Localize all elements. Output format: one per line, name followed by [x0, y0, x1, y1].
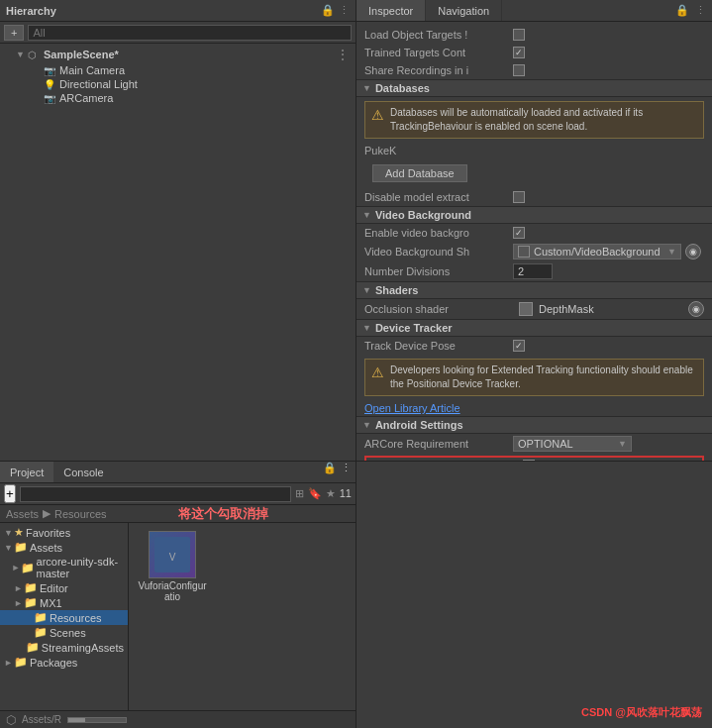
breadcrumb-resources[interactable]: Resources — [54, 508, 107, 520]
assets-label: Assets — [30, 542, 62, 554]
fav-arrow-icon: ▼ — [4, 528, 14, 538]
arcore-sdk-label: arcore-unity-sdk-master — [37, 556, 124, 579]
project-search-input[interactable] — [20, 486, 291, 502]
shader-icon-small — [518, 246, 530, 258]
breadcrumb-sep: ▶ — [43, 507, 51, 520]
video-bg-sh-value: Custom/VideoBackground — [534, 246, 661, 258]
scenes-folder-icon: 📁 — [34, 626, 48, 639]
databases-section-header[interactable]: ▼ Databases — [356, 79, 712, 97]
more-icon[interactable]: ⋮ — [339, 4, 350, 17]
dev-tracker-warning-icon: ⚠ — [371, 364, 384, 391]
dev-tracker-warning-text: Developers looking for Extended Tracking… — [390, 364, 697, 391]
lock-icon[interactable]: 🔒 — [321, 4, 335, 17]
scene-label: SampleScene* — [44, 49, 119, 60]
enable-video-checkbox[interactable] — [513, 227, 525, 239]
disable-model-label: Disable model extract — [364, 191, 513, 203]
open-lib-link[interactable]: Open Library Article — [356, 400, 712, 416]
shaders-title: Shaders — [375, 284, 418, 296]
shaders-arrow-icon: ▼ — [362, 285, 371, 295]
track-pose-label: Track Device Pose — [364, 340, 513, 352]
video-bg-sh-label: Video Background Sh — [364, 246, 513, 258]
video-bg-title: Video Background — [375, 209, 471, 221]
enable-video-label: Enable video backgro — [364, 227, 513, 239]
enable-video-row: Enable video backgro — [356, 224, 712, 242]
tag-count: 11 — [340, 487, 352, 500]
scene-menu-icon[interactable]: ⋮ — [336, 47, 350, 62]
project-toolbar-icons: ⊞ 🔖 ★ 11 — [295, 487, 352, 500]
tab-project-label: Project — [10, 467, 44, 478]
share-recordings-checkbox[interactable] — [513, 64, 525, 76]
arrow-icon: ▼ — [16, 50, 28, 59]
bottom-statusbar: ⬡ Assets/R — [0, 710, 356, 728]
proj-item-favorites[interactable]: ▼ ★ Favorites — [0, 525, 128, 540]
video-bg-sh-row: Video Background Sh Custom/VideoBackgrou… — [356, 242, 712, 261]
occlusion-circle-btn[interactable]: ◉ — [688, 301, 704, 317]
more-icon[interactable]: ⋮ — [341, 462, 352, 482]
inspector-tabs: Inspector Navigation 🔒 ⋮ — [356, 0, 712, 22]
video-bg-sh-dropdown[interactable]: Custom/VideoBackground ▼ — [513, 244, 681, 260]
track-pose-checkbox[interactable] — [513, 340, 525, 352]
proj-item-resources[interactable]: 📁 Resources — [0, 610, 128, 625]
databases-arrow-icon: ▼ — [362, 83, 371, 93]
proj-item-scenes[interactable]: 📁 Scenes — [0, 625, 128, 640]
hierarchy-add-button[interactable]: + — [4, 25, 24, 41]
android-section-header[interactable]: ▼ Android Settings — [356, 416, 712, 434]
proj-item-packages[interactable]: ► 📁 Packages — [0, 655, 128, 670]
proj-item-assets[interactable]: ▼ 📁 Assets — [0, 540, 128, 555]
proj-item-editor[interactable]: ► 📁 Editor — [0, 580, 128, 595]
bottom-right-panel — [356, 462, 712, 728]
databases-warning-text: Databases will be automatically loaded a… — [390, 106, 697, 134]
load-object-checkbox[interactable] — [513, 29, 525, 41]
packages-label: Packages — [30, 657, 77, 669]
tree-item-arcamera[interactable]: 📷 ARCamera — [0, 91, 356, 105]
progress-fill — [68, 718, 85, 722]
load-object-targets-row: Load Object Targets ! — [356, 26, 712, 44]
project-panel: Project Console 🔒 ⋮ + ⊞ 🔖 ★ 11 Assets ▶ … — [0, 462, 356, 728]
mx1-arrow-icon: ► — [14, 598, 24, 608]
disable-model-checkbox[interactable] — [513, 191, 525, 203]
num-div-input[interactable] — [513, 263, 553, 279]
trained-targets-checkbox[interactable] — [513, 47, 525, 58]
video-bg-section-header[interactable]: ▼ Video Background — [356, 206, 712, 224]
tab-project[interactable]: Project — [0, 462, 53, 482]
lock-icon[interactable]: 🔒 — [675, 4, 689, 17]
tree-item-main-camera[interactable]: 📷 Main Camera — [0, 63, 356, 77]
device-tracker-title: Device Tracker — [375, 322, 453, 334]
proj-item-arcore-sdk[interactable]: ► 📁 arcore-unity-sdk-master — [0, 555, 128, 580]
tree-item-dir-light[interactable]: 💡 Directional Light — [0, 77, 356, 91]
tree-item-sample-scene[interactable]: ▼ ⬡ SampleScene* ⋮ — [0, 46, 356, 63]
tab-inspector[interactable]: Inspector — [356, 0, 426, 21]
scenes-label: Scenes — [50, 627, 86, 639]
hierarchy-header: Hierarchy 🔒 ⋮ — [0, 0, 356, 22]
trained-targets-row: Trained Targets Cont — [356, 44, 712, 61]
project-add-button[interactable]: + — [4, 484, 16, 503]
camera-icon: 📷 — [44, 65, 59, 76]
asset-item-vuforia[interactable]: V VuforiaConfiguratio — [133, 527, 212, 606]
project-toolbar: + ⊞ 🔖 ★ 11 — [0, 483, 356, 505]
vuforia-asset-icon: V — [149, 531, 196, 578]
project-tab-icons: 🔒 ⋮ — [323, 462, 356, 482]
breadcrumb-assets[interactable]: Assets — [6, 508, 39, 520]
dropdown-arrow-icon: ▼ — [667, 247, 676, 257]
editor-label: Editor — [40, 582, 68, 594]
tab-navigation[interactable]: Navigation — [426, 0, 502, 21]
tag-icon[interactable]: 🔖 — [308, 487, 322, 500]
inspector-panel: Inspector Navigation 🔒 ⋮ Load Object Tar… — [356, 0, 712, 461]
star-icon[interactable]: ★ — [326, 487, 336, 500]
num-div-label: Number Divisions — [364, 265, 513, 277]
hierarchy-search-input[interactable] — [28, 25, 352, 41]
packages-folder-icon: 📁 — [14, 656, 28, 669]
shaders-section-header[interactable]: ▼ Shaders — [356, 281, 712, 299]
filter-icon[interactable]: ⊞ — [295, 487, 304, 500]
star-icon: ★ — [14, 526, 24, 539]
proj-item-mx1[interactable]: ► 📁 MX1 — [0, 595, 128, 610]
add-database-button[interactable]: Add Database — [372, 164, 467, 182]
status-progress — [67, 717, 127, 723]
proj-item-streaming[interactable]: 📁 StreamingAssets — [0, 640, 128, 655]
device-tracker-section-header[interactable]: ▼ Device Tracker — [356, 319, 712, 337]
tab-console[interactable]: Console — [53, 462, 113, 482]
circle-btn[interactable]: ◉ — [685, 244, 701, 260]
more-icon[interactable]: ⋮ — [695, 4, 706, 17]
arcore-dropdown[interactable]: OPTIONAL ▼ — [513, 436, 632, 452]
lock-icon[interactable]: 🔒 — [323, 462, 337, 482]
